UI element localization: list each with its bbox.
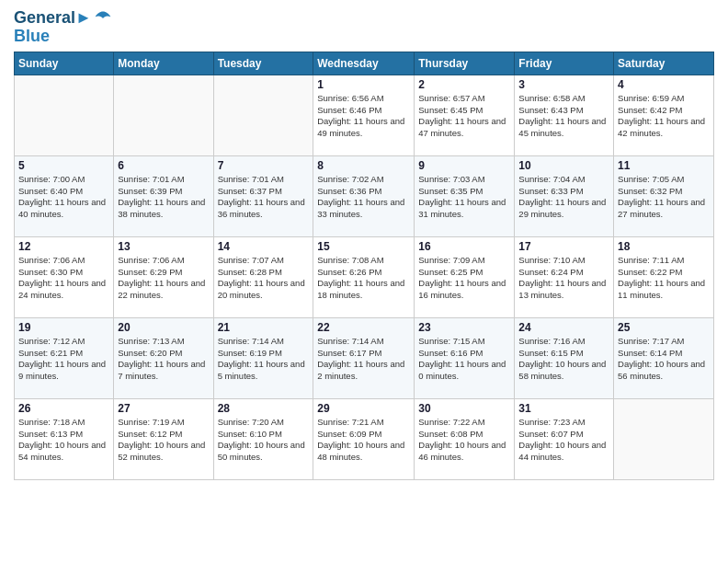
day-detail: Sunrise: 7:05 AM Sunset: 6:32 PM Dayligh… (618, 174, 710, 221)
day-number: 4 (618, 78, 710, 91)
calendar-cell: 16Sunrise: 7:09 AM Sunset: 6:25 PM Dayli… (415, 236, 515, 317)
weekday-header-tuesday: Tuesday (213, 52, 313, 75)
calendar-cell: 5Sunrise: 7:00 AM Sunset: 6:40 PM Daylig… (15, 155, 114, 236)
day-number: 27 (118, 402, 209, 415)
day-detail: Sunrise: 7:02 AM Sunset: 6:36 PM Dayligh… (317, 174, 410, 221)
day-number: 10 (518, 159, 609, 172)
day-detail: Sunrise: 7:08 AM Sunset: 6:26 PM Dayligh… (317, 255, 410, 302)
calendar-cell (114, 75, 213, 155)
weekday-header-monday: Monday (114, 52, 213, 75)
logo: General► Blue (14, 9, 112, 46)
day-detail: Sunrise: 6:59 AM Sunset: 6:42 PM Dayligh… (618, 93, 710, 140)
calendar-cell: 4Sunrise: 6:59 AM Sunset: 6:42 PM Daylig… (614, 75, 714, 155)
day-detail: Sunrise: 7:09 AM Sunset: 6:25 PM Dayligh… (418, 255, 510, 302)
day-number: 29 (317, 402, 410, 415)
calendar-cell: 3Sunrise: 6:58 AM Sunset: 6:43 PM Daylig… (515, 75, 614, 155)
day-number: 11 (618, 159, 710, 172)
calendar-cell: 18Sunrise: 7:11 AM Sunset: 6:22 PM Dayli… (614, 236, 714, 317)
calendar-cell: 20Sunrise: 7:13 AM Sunset: 6:20 PM Dayli… (114, 317, 213, 398)
calendar-cell: 24Sunrise: 7:16 AM Sunset: 6:15 PM Dayli… (515, 317, 614, 398)
day-detail: Sunrise: 7:23 AM Sunset: 6:07 PM Dayligh… (518, 417, 609, 464)
day-number: 22 (317, 321, 410, 334)
calendar-cell: 19Sunrise: 7:12 AM Sunset: 6:21 PM Dayli… (15, 317, 114, 398)
calendar-cell: 29Sunrise: 7:21 AM Sunset: 6:09 PM Dayli… (313, 398, 415, 479)
day-number: 1 (317, 78, 410, 91)
day-detail: Sunrise: 7:14 AM Sunset: 6:19 PM Dayligh… (218, 336, 310, 383)
day-number: 14 (218, 240, 310, 253)
calendar-cell: 1Sunrise: 6:56 AM Sunset: 6:46 PM Daylig… (313, 75, 415, 155)
day-detail: Sunrise: 7:13 AM Sunset: 6:20 PM Dayligh… (118, 336, 209, 383)
day-number: 20 (118, 321, 209, 334)
calendar-cell: 13Sunrise: 7:06 AM Sunset: 6:29 PM Dayli… (114, 236, 213, 317)
day-detail: Sunrise: 7:12 AM Sunset: 6:21 PM Dayligh… (18, 336, 109, 383)
calendar-cell: 26Sunrise: 7:18 AM Sunset: 6:13 PM Dayli… (15, 398, 114, 479)
weekday-header-friday: Friday (515, 52, 614, 75)
day-detail: Sunrise: 6:56 AM Sunset: 6:46 PM Dayligh… (317, 93, 410, 140)
day-detail: Sunrise: 7:14 AM Sunset: 6:17 PM Dayligh… (317, 336, 410, 383)
day-number: 2 (418, 78, 510, 91)
weekday-header-thursday: Thursday (415, 52, 515, 75)
day-detail: Sunrise: 7:22 AM Sunset: 6:08 PM Dayligh… (418, 417, 510, 464)
day-detail: Sunrise: 7:16 AM Sunset: 6:15 PM Dayligh… (518, 336, 609, 383)
day-detail: Sunrise: 7:07 AM Sunset: 6:28 PM Dayligh… (218, 255, 310, 302)
day-number: 28 (218, 402, 310, 415)
weekday-header-row: SundayMondayTuesdayWednesdayThursdayFrid… (15, 52, 714, 75)
day-detail: Sunrise: 7:01 AM Sunset: 6:37 PM Dayligh… (218, 174, 310, 221)
day-detail: Sunrise: 7:06 AM Sunset: 6:29 PM Dayligh… (118, 255, 209, 302)
day-number: 23 (418, 321, 510, 334)
day-detail: Sunrise: 7:00 AM Sunset: 6:40 PM Dayligh… (18, 174, 109, 221)
day-detail: Sunrise: 7:11 AM Sunset: 6:22 PM Dayligh… (618, 255, 710, 302)
weekday-header-saturday: Saturday (614, 52, 714, 75)
week-row-3: 19Sunrise: 7:12 AM Sunset: 6:21 PM Dayli… (15, 317, 714, 398)
calendar-cell: 14Sunrise: 7:07 AM Sunset: 6:28 PM Dayli… (213, 236, 313, 317)
weekday-header-wednesday: Wednesday (313, 52, 415, 75)
day-detail: Sunrise: 7:04 AM Sunset: 6:33 PM Dayligh… (518, 174, 609, 221)
week-row-2: 12Sunrise: 7:06 AM Sunset: 6:30 PM Dayli… (15, 236, 714, 317)
week-row-4: 26Sunrise: 7:18 AM Sunset: 6:13 PM Dayli… (15, 398, 714, 479)
logo-blue-text: Blue (14, 28, 112, 46)
day-number: 21 (218, 321, 310, 334)
calendar-cell: 30Sunrise: 7:22 AM Sunset: 6:08 PM Dayli… (415, 398, 515, 479)
day-number: 26 (18, 402, 109, 415)
day-number: 3 (518, 78, 609, 91)
calendar-cell: 28Sunrise: 7:20 AM Sunset: 6:10 PM Dayli… (213, 398, 313, 479)
day-number: 30 (418, 402, 510, 415)
calendar-cell: 7Sunrise: 7:01 AM Sunset: 6:37 PM Daylig… (213, 155, 313, 236)
calendar-cell (213, 75, 313, 155)
logo-text: General► (14, 9, 92, 28)
day-number: 6 (118, 159, 209, 172)
calendar-cell: 21Sunrise: 7:14 AM Sunset: 6:19 PM Dayli… (213, 317, 313, 398)
week-row-0: 1Sunrise: 6:56 AM Sunset: 6:46 PM Daylig… (15, 75, 714, 155)
calendar-cell: 12Sunrise: 7:06 AM Sunset: 6:30 PM Dayli… (15, 236, 114, 317)
day-number: 13 (118, 240, 209, 253)
day-number: 31 (518, 402, 609, 415)
day-number: 15 (317, 240, 410, 253)
calendar-cell: 27Sunrise: 7:19 AM Sunset: 6:12 PM Dayli… (114, 398, 213, 479)
calendar-table: SundayMondayTuesdayWednesdayThursdayFrid… (14, 52, 714, 480)
calendar-cell: 6Sunrise: 7:01 AM Sunset: 6:39 PM Daylig… (114, 155, 213, 236)
day-detail: Sunrise: 7:10 AM Sunset: 6:24 PM Dayligh… (518, 255, 609, 302)
page-container: General► Blue SundayMondayTuesdayWednesd… (0, 0, 728, 489)
header: General► Blue (14, 9, 714, 46)
day-detail: Sunrise: 7:19 AM Sunset: 6:12 PM Dayligh… (118, 417, 209, 464)
day-detail: Sunrise: 7:15 AM Sunset: 6:16 PM Dayligh… (418, 336, 510, 383)
day-number: 19 (18, 321, 109, 334)
calendar-cell: 9Sunrise: 7:03 AM Sunset: 6:35 PM Daylig… (415, 155, 515, 236)
day-number: 18 (618, 240, 710, 253)
calendar-cell: 25Sunrise: 7:17 AM Sunset: 6:14 PM Dayli… (614, 317, 714, 398)
day-number: 8 (317, 159, 410, 172)
day-number: 9 (418, 159, 510, 172)
day-number: 24 (518, 321, 609, 334)
logo-bird-icon (94, 9, 112, 28)
calendar-cell: 17Sunrise: 7:10 AM Sunset: 6:24 PM Dayli… (515, 236, 614, 317)
calendar-cell: 10Sunrise: 7:04 AM Sunset: 6:33 PM Dayli… (515, 155, 614, 236)
day-detail: Sunrise: 7:18 AM Sunset: 6:13 PM Dayligh… (18, 417, 109, 464)
calendar-cell: 31Sunrise: 7:23 AM Sunset: 6:07 PM Dayli… (515, 398, 614, 479)
day-detail: Sunrise: 7:03 AM Sunset: 6:35 PM Dayligh… (418, 174, 510, 221)
calendar-cell: 15Sunrise: 7:08 AM Sunset: 6:26 PM Dayli… (313, 236, 415, 317)
day-number: 5 (18, 159, 109, 172)
calendar-cell: 23Sunrise: 7:15 AM Sunset: 6:16 PM Dayli… (415, 317, 515, 398)
day-detail: Sunrise: 7:21 AM Sunset: 6:09 PM Dayligh… (317, 417, 410, 464)
calendar-cell: 11Sunrise: 7:05 AM Sunset: 6:32 PM Dayli… (614, 155, 714, 236)
calendar-cell: 2Sunrise: 6:57 AM Sunset: 6:45 PM Daylig… (415, 75, 515, 155)
